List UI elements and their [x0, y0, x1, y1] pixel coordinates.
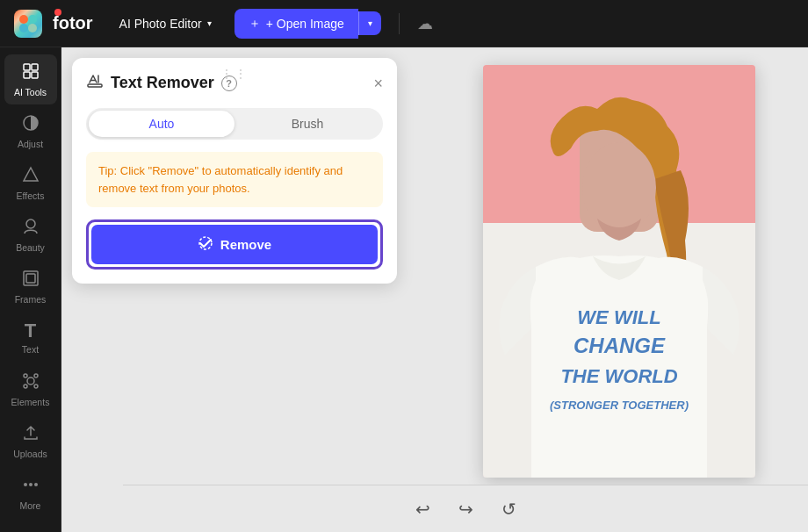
tip-box: Tip: Click "Remove" to automatically ide… [86, 152, 383, 207]
effects-icon [21, 165, 40, 187]
text-icon: T [25, 321, 36, 341]
remove-label: Remove [220, 237, 271, 252]
drag-handle[interactable]: ⋮⋮ [220, 67, 249, 81]
more-icon [21, 475, 40, 497]
open-image-button[interactable]: ＋ + Open Image [234, 9, 358, 39]
topbar: fotor AI Photo Editor ▾ ＋ + Open Image ▾… [0, 0, 808, 47]
svg-rect-20 [88, 84, 102, 87]
sidebar-label-adjust: Adjust [18, 139, 43, 149]
sidebar-item-ai-tools[interactable]: AI Tools [4, 54, 57, 104]
svg-point-19 [34, 483, 38, 486]
remove-icon [198, 235, 213, 254]
tip-text: Tip: Click "Remove" to automatically ide… [98, 164, 343, 195]
svg-point-2 [19, 24, 28, 32]
undo-icon: ↩ [415, 500, 430, 519]
sidebar-label-text: Text [22, 344, 39, 355]
photo-container: WE WILL CHANGE THE WORLD (STRONGER TOGET… [483, 65, 755, 478]
sidebar-label-elements: Elements [11, 397, 50, 407]
undo-button[interactable]: ↩ [410, 493, 436, 525]
panel-title: Text Remover [111, 74, 214, 92]
redo-icon: ↪ [458, 500, 473, 519]
svg-text:(STRONGER TOGETHER): (STRONGER TOGETHER) [550, 399, 689, 412]
open-image-dropdown-button[interactable]: ▾ [358, 11, 381, 35]
sidebar-item-text[interactable]: T Text [4, 313, 57, 363]
svg-rect-7 [32, 72, 38, 78]
content-area: ⋮⋮ Text Remover ? [61, 47, 808, 532]
main-area: AI Tools Adjust Effects [0, 47, 808, 532]
sidebar-item-effects[interactable]: Effects [4, 158, 57, 208]
bottom-bar: ↩ ↪ ↺ [123, 485, 808, 532]
sidebar-item-frames[interactable]: Frames [4, 262, 57, 312]
uploads-icon [21, 423, 40, 445]
svg-point-16 [34, 385, 38, 388]
remove-button[interactable]: Remove [91, 225, 378, 264]
ai-tools-icon [21, 61, 40, 83]
svg-point-17 [24, 483, 27, 486]
chevron-down-icon: ▾ [207, 18, 212, 28]
frames-icon [21, 269, 40, 291]
svg-point-12 [27, 377, 34, 385]
svg-point-1 [28, 15, 37, 24]
redo-button[interactable]: ↪ [453, 493, 479, 525]
sidebar-item-beauty[interactable]: Beauty [4, 210, 57, 260]
topbar-divider [399, 13, 400, 34]
svg-point-3 [28, 24, 37, 32]
reset-button[interactable]: ↺ [496, 493, 522, 525]
reset-icon: ↺ [501, 500, 516, 519]
sidebar-item-adjust[interactable]: Adjust [4, 106, 57, 156]
svg-point-0 [19, 15, 28, 24]
sidebar: AI Tools Adjust Effects [0, 47, 61, 532]
svg-rect-6 [24, 72, 30, 78]
editor-mode-button[interactable]: AI Photo Editor ▾ [111, 11, 220, 36]
sidebar-item-more[interactable]: More [4, 468, 57, 518]
svg-text:WE WILL: WE WILL [577, 306, 660, 328]
sidebar-label-more: More [20, 500, 41, 511]
elements-icon [21, 371, 40, 393]
svg-point-9 [26, 219, 35, 228]
sidebar-label-effects: Effects [17, 191, 45, 201]
svg-rect-4 [24, 64, 30, 70]
open-image-group: ＋ + Open Image ▾ [234, 9, 381, 39]
beauty-icon [21, 217, 40, 239]
open-image-label: + Open Image [266, 17, 344, 31]
svg-text:THE WORLD: THE WORLD [560, 365, 677, 387]
sidebar-item-elements[interactable]: Elements [4, 364, 57, 414]
adjust-icon [21, 113, 40, 135]
plus-icon: ＋ [249, 16, 261, 32]
brush-mode-label: Brush [292, 117, 324, 131]
notification-dot [54, 9, 61, 16]
editor-mode-label: AI Photo Editor [119, 17, 202, 31]
sidebar-label-ai-tools: AI Tools [14, 87, 47, 97]
svg-text:CHANGE: CHANGE [574, 334, 666, 357]
svg-point-15 [24, 385, 27, 388]
text-remover-panel: ⋮⋮ Text Remover ? [72, 58, 397, 284]
panel-title-group: Text Remover ? [86, 72, 237, 94]
close-icon: × [373, 75, 383, 91]
cloud-icon[interactable]: ☁ [417, 14, 433, 33]
svg-rect-11 [26, 274, 35, 283]
svg-point-14 [34, 374, 38, 377]
remove-button-wrapper: Remove [86, 219, 383, 270]
sidebar-label-frames: Frames [15, 294, 47, 305]
svg-rect-5 [32, 64, 38, 70]
svg-point-13 [24, 374, 27, 377]
sidebar-label-uploads: Uploads [13, 449, 47, 459]
logo-text: fotor [53, 13, 93, 33]
mode-toggle: Auto Brush [86, 108, 383, 140]
logo-icon [14, 10, 42, 38]
close-button[interactable]: × [373, 75, 383, 91]
brush-mode-button[interactable]: Brush [234, 111, 380, 137]
sidebar-label-beauty: Beauty [16, 242, 45, 253]
auto-mode-label: Auto [149, 117, 175, 131]
svg-point-18 [29, 483, 32, 486]
auto-mode-button[interactable]: Auto [89, 111, 234, 137]
svg-point-27 [582, 142, 656, 234]
sidebar-item-uploads[interactable]: Uploads [4, 416, 57, 466]
text-remover-panel-icon [86, 72, 104, 94]
